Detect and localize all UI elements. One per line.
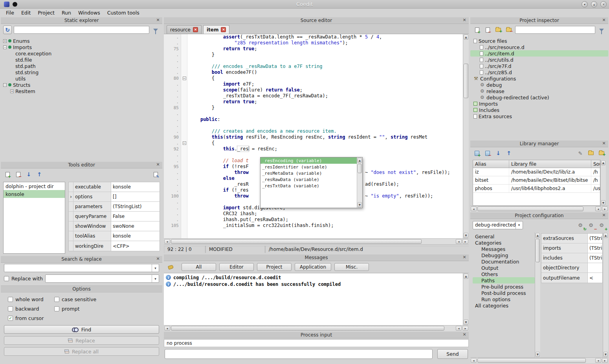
code-line[interactable]: 75 return true; [164,46,463,52]
property-value[interactable]: (TStringList) [111,202,160,211]
scrollbar-track[interactable] [463,279,469,319]
checkbox-whole-word[interactable]: whole word [8,295,54,304]
scroll-down-icon[interactable]: ▼ [536,352,540,357]
chevron-down-icon[interactable]: ▾ [152,275,159,282]
scrollbar-thumb[interactable] [477,358,586,363]
code-line[interactable]: . [164,111,463,117]
categories-vertical-scrollbar[interactable]: ▲ ▼ [535,232,540,357]
config-category[interactable]: Debugging [473,252,535,258]
scroll-down-icon[interactable]: ▼ [464,320,468,325]
inspector-item[interactable]: ../src/item.d [470,50,608,57]
library-row[interactable]: phobos/usr/lib64/libphobos2.a/us [473,185,600,193]
property-value[interactable]: <CFP> [111,241,160,251]
library-column-header[interactable]: Library file [509,160,591,168]
config-property-value[interactable]: (TStringList) [588,243,602,253]
scrollbar-thumb[interactable] [171,239,422,244]
config-category[interactable]: All categories [473,302,535,309]
close-panel-icon[interactable]: × [155,17,161,23]
menu-edit[interactable]: Edit [18,9,34,16]
symbol-tree-item[interactable]: +ResItem [1,88,162,94]
inspector-search-input[interactable] [515,26,595,34]
code-line[interactable]: . scope(failure) return false; [164,87,463,93]
config-category[interactable]: Output [473,265,535,271]
checkbox-from-cursor[interactable]: ✓from cursor [8,314,54,322]
code-line[interactable]: . [164,123,463,128]
scroll-down-icon[interactable]: ▼ [603,352,608,357]
scroll-left-icon[interactable]: ◂ [456,326,462,331]
inspector-item[interactable]: Includes [470,107,608,113]
editor-vertical-scrollbar[interactable]: ▲ ▼ [463,34,469,238]
symbol-tree-item[interactable]: −Imports [1,44,162,50]
config-category[interactable]: Paths [473,277,535,284]
config-property-value[interactable]: (TStringList) [588,253,602,263]
code-line[interactable]: . /// encodes _resRawData to a e7F strin… [164,64,463,70]
messages-horizontal-scrollbar[interactable]: ◂ ◂ ▸ [164,325,469,331]
filter-button-project[interactable]: Project [257,263,292,271]
scrollbar-thumb[interactable] [358,164,362,173]
inspector-item[interactable]: Source files [470,38,608,44]
fold-marker-icon[interactable]: − [183,141,186,145]
config-category[interactable]: Run options [473,296,535,302]
code-line[interactable]: . _resTxtData = encode_7F(_resRawData); [164,93,463,99]
tools-list[interactable]: dolphin - project dirkonsole [3,182,65,254]
config-category[interactable]: General [473,233,535,240]
scroll-left-icon[interactable]: ◂ [164,326,170,331]
tab-item[interactable]: item × [203,25,230,34]
config-property-value[interactable]: (TStringList) [588,234,602,243]
inspector-item[interactable]: ../src/e7F.d [470,63,608,69]
filter-button[interactable] [597,26,606,34]
config-category[interactable]: Messages [473,246,535,252]
filter-button-all[interactable]: All [182,263,216,271]
checkbox-prompt[interactable]: prompt [54,304,161,313]
edit-tool-script-button[interactable]: ✎ [151,170,160,179]
expander-icon[interactable]: − [3,83,7,87]
completion-item[interactable]: _resEncoding (variable) [260,157,357,164]
code-line[interactable]: . return true; [164,99,463,105]
close-panel-icon[interactable]: × [601,17,607,23]
move-library-down-button[interactable]: ↓ [494,149,503,157]
inspector-item[interactable]: ../src/z85.d [470,69,608,75]
close-tab-icon[interactable]: × [221,27,226,32]
replace-combo[interactable]: ▾ [45,274,159,283]
remove-source-button[interactable]: − [483,26,492,34]
find-button[interactable]: Find [4,325,159,334]
code-area[interactable]: . assert(_resTxtData.length == _resRawDa… [164,34,469,238]
menu-file[interactable]: File [2,9,18,16]
expander-icon[interactable]: + [10,90,14,93]
menu-project[interactable]: Project [34,9,58,16]
config-category[interactable]: Documentation [473,258,535,265]
filter-button-editor[interactable]: Editor [219,263,254,271]
scroll-left-icon[interactable]: ◂ [471,358,477,363]
messages-vertical-scrollbar[interactable]: ▲ ▼ [463,273,469,325]
scrollbar-track[interactable] [171,326,455,331]
config-property-value[interactable] [588,263,602,273]
code-line[interactable]: . } [164,52,463,58]
expander-icon[interactable]: + [3,39,7,43]
scroll-down-icon[interactable]: ▼ [464,233,468,238]
code-line[interactable]: . CRC32 ihash; [164,211,463,217]
send-button[interactable]: Send [437,349,468,359]
config-category[interactable]: Post-build process [473,290,535,296]
property-expander-icon[interactable]: › [69,192,73,201]
replace-with-checkbox[interactable] [4,276,9,281]
expander-icon[interactable]: − [3,46,7,49]
scroll-left-icon[interactable]: ◂ [595,207,601,211]
code-line[interactable]: . "z85 representation length mismatches"… [164,40,463,46]
scrollbar-track[interactable] [535,263,540,351]
config-property-value[interactable]: < [588,273,602,283]
inspector-item[interactable]: ⚙debug-redirected (active) [470,94,608,101]
tool-item[interactable]: dolphin - project dir [4,182,65,190]
scrollbar-thumb[interactable] [464,64,468,98]
process-input-field[interactable] [165,349,433,359]
add-folder-button[interactable]: + [494,26,503,34]
code-line[interactable]: 80− { [164,75,463,81]
filter-button[interactable] [151,26,160,34]
checkbox-backward[interactable]: backward [8,304,54,313]
inspector-item[interactable]: ⚙debug [470,82,608,88]
fold-marker-icon[interactable]: − [183,77,186,80]
scroll-right-icon[interactable]: ▸ [462,326,468,331]
remove-library-button[interactable]: − [483,149,492,157]
code-line[interactable]: . import e7F; [164,81,463,87]
inspector-item[interactable]: ⚙release [470,88,608,94]
close-button[interactable]: × [600,1,607,7]
